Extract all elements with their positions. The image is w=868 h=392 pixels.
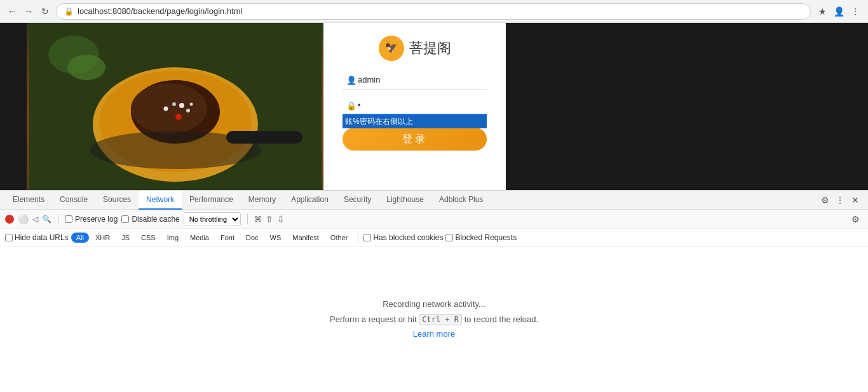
recording-text: Recording network activity... xyxy=(383,297,485,311)
login-button[interactable]: 登录 xyxy=(342,128,487,151)
left-dark-panel xyxy=(0,23,27,190)
password-group: 🔒 账%密码在右侧以上 xyxy=(342,96,487,115)
tab-performance[interactable]: Performance xyxy=(182,191,241,210)
devtools-toolbar: ⚪ ◁ 🔍 Preserve log Disable cache No thro… xyxy=(0,210,868,229)
preserve-log-label[interactable]: Preserve log xyxy=(65,215,118,224)
extensions-button[interactable]: ★ xyxy=(816,5,829,18)
perform-text: Perform a request or hit xyxy=(330,314,417,324)
tab-application[interactable]: Application xyxy=(283,191,336,210)
lock-icon: 🔒 xyxy=(64,7,74,16)
filter-ws[interactable]: WS xyxy=(265,233,287,243)
devtools-tabs: Elements Console Sources Network Perform… xyxy=(0,191,868,210)
disable-cache-checkbox[interactable] xyxy=(121,215,129,223)
right-dark-panel xyxy=(506,23,868,190)
tab-memory[interactable]: Memory xyxy=(241,191,283,210)
filter-manifest[interactable]: Manifest xyxy=(287,233,324,243)
devtools-settings-icon[interactable]: ⚙ xyxy=(817,193,832,208)
page-content: 🦅 菩提阁 👤 🔒 账%密码在右侧以上 登录 xyxy=(0,23,868,190)
reload-button[interactable]: ↻ xyxy=(39,6,51,17)
logo-area: 🦅 菩提阁 xyxy=(379,36,451,61)
network-empty-state: Recording network activity... Perform a … xyxy=(0,247,868,392)
tab-lighthouse[interactable]: Lighthouse xyxy=(379,191,431,210)
browser-chrome: ← → ↻ 🔒 localhost:8080/backend/page/logi… xyxy=(0,0,868,23)
filter-tags: All XHR JS CSS Img Media Font Doc WS Man… xyxy=(71,233,353,243)
forward-button[interactable]: → xyxy=(23,6,34,17)
blocked-requests-label[interactable]: Blocked Requests xyxy=(445,233,517,242)
learn-more-link[interactable]: Learn more xyxy=(413,327,455,341)
preserve-log-checkbox[interactable] xyxy=(65,215,72,223)
filter-css[interactable]: CSS xyxy=(136,233,161,243)
devtools-more-icon[interactable]: ⋮ xyxy=(832,193,848,208)
tab-sources[interactable]: Sources xyxy=(95,191,139,210)
filter-img[interactable]: Img xyxy=(162,233,184,243)
record-button[interactable] xyxy=(5,215,14,224)
search-icon: 🔍 xyxy=(42,215,51,224)
svg-text:🦅: 🦅 xyxy=(385,42,398,54)
logo-icon: 🦅 xyxy=(379,36,404,61)
filter-media[interactable]: Media xyxy=(185,233,214,243)
svg-point-4 xyxy=(131,83,207,134)
user-icon: 👤 xyxy=(346,76,356,85)
separator-2 xyxy=(247,214,248,224)
disable-cache-label[interactable]: Disable cache xyxy=(121,215,179,224)
wifi-icon: ⌘ xyxy=(254,215,262,224)
filter-js[interactable]: JS xyxy=(116,233,135,243)
filter-doc[interactable]: Doc xyxy=(241,233,264,243)
separator-1 xyxy=(58,214,58,224)
svg-point-9 xyxy=(189,103,193,106)
hide-data-urls-label[interactable]: Hide data URLs xyxy=(5,233,69,242)
filter-xhr[interactable]: XHR xyxy=(90,233,115,243)
keyboard-shortcut: Ctrl + R xyxy=(419,314,462,325)
browser-actions: ★ 👤 ⋮ xyxy=(816,5,862,18)
menu-button[interactable]: ⋮ xyxy=(849,5,862,18)
back-button[interactable]: ← xyxy=(6,6,18,17)
svg-point-6 xyxy=(186,109,190,112)
password-input[interactable] xyxy=(342,96,487,115)
address-bar[interactable]: 🔒 localhost:8080/backend/page/login/logi… xyxy=(56,3,811,20)
username-group: 👤 xyxy=(342,71,487,90)
svg-point-12 xyxy=(67,55,105,80)
profile-button[interactable]: 👤 xyxy=(832,5,845,18)
username-input[interactable] xyxy=(342,71,487,90)
tab-adblock[interactable]: Adblock Plus xyxy=(431,191,491,210)
blocked-requests-checkbox[interactable] xyxy=(445,234,453,241)
clear-button[interactable]: ⚪ xyxy=(18,214,29,224)
svg-point-8 xyxy=(163,107,168,111)
url-text: localhost:8080/backend/page/login/login.… xyxy=(78,6,242,16)
download-button[interactable]: ⇩ xyxy=(277,214,285,224)
food-image-inner xyxy=(27,23,323,190)
food-image xyxy=(27,23,323,190)
login-panel: 🦅 菩提阁 👤 🔒 账%密码在右侧以上 登录 xyxy=(323,23,506,190)
tab-security[interactable]: Security xyxy=(336,191,379,210)
perform-request-text: Perform a request or hit Ctrl + R to rec… xyxy=(330,312,538,327)
devtools-filter-bar: Hide data URLs All XHR JS CSS Img Media … xyxy=(0,229,868,247)
devtools-close-icon[interactable]: ✕ xyxy=(848,193,863,208)
filter-font[interactable]: Font xyxy=(215,233,240,243)
has-blocked-cookies-label[interactable]: Has blocked cookies xyxy=(363,233,443,242)
record-reload-text: to record the reload. xyxy=(465,314,538,324)
tab-console[interactable]: Console xyxy=(52,191,95,210)
logo-text: 菩提阁 xyxy=(409,39,451,58)
svg-point-5 xyxy=(179,103,184,108)
throttle-select[interactable]: No throttling xyxy=(184,212,241,226)
filter-other[interactable]: Other xyxy=(325,233,353,243)
filter-separator xyxy=(358,233,358,243)
has-blocked-cookies-checkbox[interactable] xyxy=(363,234,371,241)
tab-elements[interactable]: Elements xyxy=(5,191,52,210)
filter-icon: ◁ xyxy=(32,215,38,224)
svg-point-14 xyxy=(90,131,261,169)
svg-point-7 xyxy=(172,102,176,106)
upload-button[interactable]: ⇧ xyxy=(266,214,273,224)
devtools-panel: Elements Console Sources Network Perform… xyxy=(0,190,868,392)
hide-data-urls-checkbox[interactable] xyxy=(5,234,13,241)
lock-field-icon: 🔒 xyxy=(346,101,356,111)
tab-network[interactable]: Network xyxy=(139,191,182,210)
filter-all[interactable]: All xyxy=(71,233,89,243)
autocomplete-suggestion: 账%密码在右侧以上 xyxy=(342,115,487,128)
svg-point-10 xyxy=(175,114,182,120)
network-settings-icon[interactable]: ⚙ xyxy=(848,212,863,227)
